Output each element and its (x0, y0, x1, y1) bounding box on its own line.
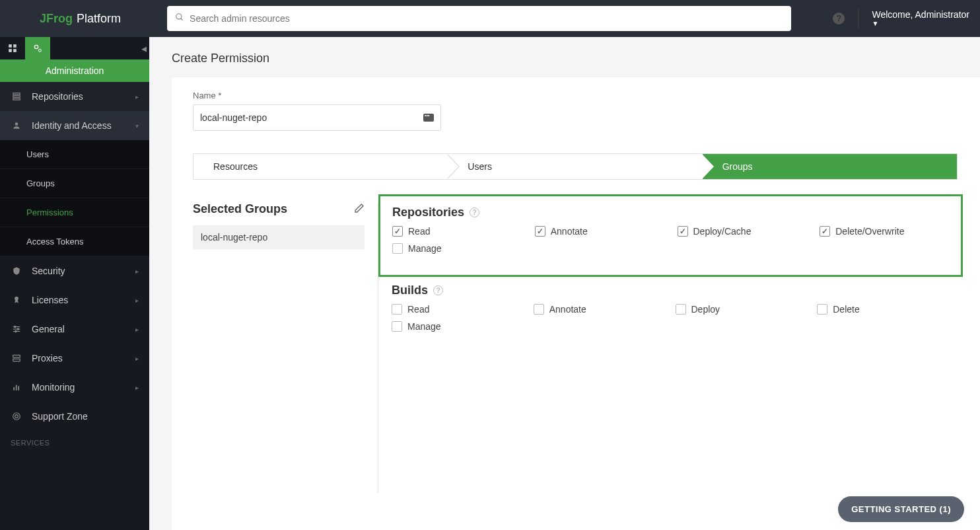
perm-repo-manage[interactable]: Manage (392, 243, 522, 254)
perm-label: Annotate (551, 226, 588, 237)
sub-access-tokens[interactable]: Access Tokens (0, 227, 149, 256)
sub-users[interactable]: Users (0, 140, 149, 169)
name-input-wrap[interactable] (193, 104, 441, 131)
user-icon (11, 121, 22, 130)
collapse-icon[interactable]: ◂ (141, 42, 147, 55)
step-users[interactable]: Users (448, 154, 702, 179)
admin-section-label: Administration (0, 59, 149, 82)
sub-permissions[interactable]: Permissions (0, 198, 149, 227)
perm-build-manage[interactable]: Manage (392, 321, 520, 332)
perm-build-deploy[interactable]: Deploy (676, 304, 804, 315)
nav-licenses[interactable]: Licenses ▸ (0, 285, 149, 315)
header-right: ? Welcome, Administrator ▼ (833, 9, 969, 28)
svg-rect-19 (13, 355, 20, 358)
welcome-user[interactable]: Welcome, Administrator ▼ (872, 9, 969, 28)
perm-repo-delete[interactable]: Delete/Overwrite (820, 226, 949, 237)
svg-point-11 (15, 122, 18, 126)
checkbox-icon (678, 226, 688, 237)
svg-point-16 (15, 326, 16, 327)
selected-groups-title: Selected Groups (193, 202, 287, 216)
nav-monitoring[interactable]: Monitoring ▸ (0, 373, 149, 402)
name-input[interactable] (200, 112, 423, 123)
svg-rect-8 (13, 93, 20, 95)
chevron-down-icon: ▼ (872, 20, 878, 28)
chart-icon (11, 383, 22, 392)
nav-list: Repositories ▸ Identity and Access ▾ Use… (0, 82, 149, 530)
step-groups[interactable]: Groups (703, 154, 957, 179)
perm-build-annotate[interactable]: Annotate (534, 304, 662, 315)
svg-rect-23 (18, 386, 19, 390)
perm-build-read[interactable]: Read (392, 304, 520, 315)
checkbox-icon (676, 304, 686, 315)
perm-label: Manage (408, 243, 442, 254)
checkbox-icon (392, 226, 403, 237)
main-content: Create Permission Name * Resources Users (149, 37, 980, 530)
sub-groups[interactable]: Groups (0, 169, 149, 198)
search-wrap[interactable] (167, 6, 791, 31)
logo-brand: JFrog (40, 12, 73, 26)
nav-label: Identity and Access (32, 120, 112, 131)
chevron-right-icon: ▸ (135, 326, 139, 333)
svg-point-7 (38, 49, 41, 52)
help-icon[interactable]: ? (433, 285, 443, 295)
help-icon[interactable]: ? (833, 13, 845, 24)
pencil-icon[interactable] (354, 203, 365, 216)
help-icon[interactable]: ? (470, 208, 479, 217)
step-tabs: Resources Users Groups (193, 153, 958, 180)
chevron-right-icon: ▸ (135, 297, 139, 304)
svg-line-1 (181, 19, 183, 20)
step-arrow-icon (702, 154, 714, 179)
section-title-text: Repositories (392, 206, 464, 219)
nav-support[interactable]: Support Zone (0, 402, 149, 431)
logo[interactable]: JFrog Platform (40, 12, 121, 26)
sliders-icon (11, 324, 22, 334)
page-title: Create Permission (149, 37, 980, 77)
chevron-right-icon: ▸ (135, 355, 139, 362)
dots-icon[interactable] (423, 114, 434, 122)
step-resources[interactable]: Resources (193, 154, 448, 179)
perm-repo-annotate[interactable]: Annotate (535, 226, 664, 237)
svg-rect-2 (9, 44, 12, 48)
nav-label: Repositories (32, 91, 83, 102)
nav-label: Licenses (32, 295, 68, 305)
permissions-area: Selected Groups local-nuget-repo Reposit… (172, 202, 958, 493)
nav-repositories[interactable]: Repositories ▸ (0, 82, 149, 111)
getting-started-button[interactable]: GETTING STARTED (1) (838, 496, 964, 522)
perm-repo-read[interactable]: Read (392, 226, 522, 237)
svg-point-25 (15, 415, 18, 418)
selected-group-item[interactable]: local-nuget-repo (193, 225, 365, 249)
repository-icon (11, 92, 22, 101)
nav-label: Proxies (32, 353, 63, 363)
svg-point-18 (15, 330, 17, 332)
checkbox-icon (392, 304, 402, 315)
svg-rect-10 (13, 98, 20, 100)
nav-identity[interactable]: Identity and Access ▾ (0, 111, 149, 140)
repositories-highlight: Repositories ? Read Annotate Deploy/Cach… (378, 194, 963, 277)
sidebar-tab-admin[interactable] (25, 37, 50, 59)
perm-label: Read (407, 304, 429, 315)
svg-rect-3 (13, 44, 17, 48)
nav-general[interactable]: General ▸ (0, 315, 149, 344)
chevron-right-icon: ▸ (135, 93, 139, 100)
checkbox-icon (535, 226, 545, 237)
perm-build-delete[interactable]: Delete (817, 304, 946, 315)
step-label: Resources (213, 161, 258, 172)
nav-security[interactable]: Security ▸ (0, 256, 149, 285)
sub-identity-list: Users Groups Permissions Access Tokens (0, 140, 149, 256)
repo-perm-row: Read Annotate Deploy/Cache Delete/Overwr… (392, 226, 949, 254)
nav-proxies[interactable]: Proxies ▸ (0, 344, 149, 373)
svg-point-24 (13, 413, 20, 420)
checkbox-icon (820, 226, 830, 237)
search-input[interactable] (190, 13, 783, 24)
step-label: Users (468, 161, 492, 172)
perm-label: Read (408, 226, 430, 237)
sidebar-tab-app[interactable] (0, 37, 25, 59)
svg-rect-21 (13, 387, 15, 391)
name-label: Name * (193, 91, 958, 100)
selected-groups-header: Selected Groups (193, 202, 365, 216)
sidebar-tabs: ◂ (0, 37, 149, 59)
perm-repo-deploy[interactable]: Deploy/Cache (678, 226, 807, 237)
gears-icon (32, 43, 43, 54)
nav-label: Security (32, 266, 65, 276)
nav-label: Support Zone (32, 411, 88, 422)
